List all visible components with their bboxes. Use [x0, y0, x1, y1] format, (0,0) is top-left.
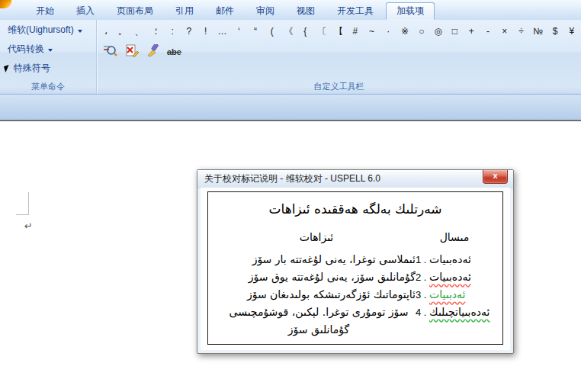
legend-frame: شەرتلىك بەلگە ھەققىدە ئىزاھات ئىزاھات مى…	[207, 191, 503, 345]
ribbon-tab[interactable]: 视图	[287, 2, 325, 20]
example-number: 4 .	[416, 307, 429, 318]
dialog-body: شەرتلىك بەلگە ھەققىدە ئىزاھات ئىزاھات مى…	[201, 188, 510, 350]
group-label-menu-commands: 菜单命令	[0, 81, 96, 92]
ribbon-tab[interactable]: 审阅	[246, 2, 284, 20]
brush-icon[interactable]	[146, 44, 160, 57]
example-word: ئەدبىيات	[429, 288, 465, 300]
example-number: 2 .	[416, 272, 429, 283]
menu-code-convert[interactable]: 代码转换	[5, 40, 93, 58]
symbol-button[interactable]: ،	[101, 24, 111, 39]
symbol-button[interactable]: ×	[500, 24, 509, 39]
example-word: ئەدەبىيات	[429, 253, 471, 265]
margin-crop-mark	[28, 192, 29, 215]
example-word: ئەدەبىيات	[429, 271, 471, 283]
paragraph-mark: ↵	[24, 220, 33, 232]
group-menu-commands: 维软(Uighursoft) 代码转换 特殊符号 菜单命令	[0, 20, 97, 94]
symbol-button[interactable]: {	[300, 24, 310, 39]
example-cell: 3 . ئەدبىيات	[416, 286, 493, 304]
symbol-button[interactable]: ·	[384, 24, 393, 39]
symbol-button[interactable]: ◎	[434, 24, 443, 39]
chevron-down-icon	[48, 49, 53, 52]
proofing-toolbar: abe	[103, 43, 181, 58]
legend-rows: ئىملاسى توغرا، يەنى لۇغەتتە بار سۆز1 . ئ…	[217, 251, 493, 339]
symbol-button[interactable]: □	[450, 24, 459, 39]
document-top-edge	[0, 120, 581, 121]
example-word: ئەدەبىياتچىلىك	[429, 306, 490, 318]
legend-header-row: ئىزاھات مىسال	[217, 229, 493, 246]
symbol-button[interactable]: #	[351, 24, 360, 39]
ribbon: 维软(Uighursoft) 代码转换 特殊符号 菜单命令 ،。、؛:?!…‘“…	[0, 20, 581, 95]
menu-special-symbols-label: 特殊符号	[14, 62, 50, 75]
document-chrome-band	[0, 95, 581, 120]
column-header-explanation: ئىزاھات	[217, 229, 416, 246]
cursor-arrow-icon	[4, 65, 11, 72]
symbol-button[interactable]: №	[533, 24, 543, 39]
symbol-button[interactable]: !	[201, 24, 210, 39]
legend-row: سۆز تومۇرى توغرا. لېكىن، قوشۇمچىسى گۇمان…	[217, 304, 493, 339]
symbol-button[interactable]: 【	[334, 24, 343, 39]
symbol-button[interactable]: :	[168, 24, 177, 39]
symbol-button[interactable]: ؛	[151, 24, 160, 39]
ribbon-tab[interactable]: 插入	[66, 2, 104, 20]
menu-code-convert-label: 代码转换	[8, 43, 44, 56]
symbol-button[interactable]: ‘	[234, 24, 243, 39]
symbol-button[interactable]: ¥	[567, 24, 576, 39]
column-header-example: مىسال	[416, 229, 493, 246]
ribbon-tab[interactable]: 页面布局	[107, 2, 163, 20]
group-custom-toolbar: ،。、؛:?!…‘“(《{〔【#~·※○◎□+-×÷№$¥	[97, 20, 581, 94]
symbol-button[interactable]: ?	[185, 24, 194, 39]
symbol-button[interactable]: ※	[400, 24, 409, 39]
office-button-icon[interactable]	[0, 0, 11, 8]
legend-row: گۇمانلىق سۆز، يەنى لۇغەتتە يوق سۆز2 . ئە…	[217, 268, 493, 286]
explanation-text: ئاپتوماتىك ئۆزگەرتىشكە بولىدىغان سۆز	[217, 286, 416, 304]
symbol-button[interactable]: ○	[417, 24, 426, 39]
example-cell: 4 . ئەدەبىياتچىلىك	[416, 304, 493, 339]
symbol-button[interactable]: (	[268, 24, 277, 39]
menu-uighursoft[interactable]: 维软(Uighursoft)	[5, 21, 93, 39]
symbol-button[interactable]: 《	[284, 24, 294, 39]
symbol-button[interactable]: -	[483, 24, 493, 39]
symbol-button[interactable]: $	[551, 24, 560, 39]
legend-heading: شەرتلىك بەلگە ھەققىدە ئىزاھات	[217, 201, 493, 217]
example-number: 1 .	[416, 254, 429, 265]
ribbon-tab[interactable]: 开发工具	[327, 2, 384, 20]
strikethrough-abc-icon[interactable]: abe	[167, 44, 181, 57]
chevron-down-icon	[78, 30, 82, 33]
uspell-dialog: 关于校对标记说明 - 维软校对 - USPELL 6.0 x شەرتلىك ب…	[197, 169, 514, 354]
symbol-button[interactable]: 、	[135, 24, 144, 39]
symbol-button[interactable]: 〔	[317, 24, 326, 39]
menu-uighursoft-label: 维软(Uighursoft)	[8, 24, 74, 37]
ribbon-tabs: 开始插入页面布局引用邮件审阅视图开发工具加载项	[26, 2, 437, 20]
legend-row: ئىملاسى توغرا، يەنى لۇغەتتە بار سۆز1 . ئ…	[217, 251, 493, 268]
symbol-button[interactable]: ÷	[517, 24, 526, 39]
ribbon-tab[interactable]: 引用	[165, 2, 204, 20]
menu-special-symbols[interactable]: 特殊符号	[5, 59, 93, 77]
symbol-button[interactable]: “	[251, 24, 260, 39]
ribbon-tab[interactable]: 加载项	[386, 2, 435, 20]
group-label-custom-toolbar: 自定义工具栏	[97, 81, 581, 92]
dialog-title[interactable]: 关于校对标记说明 - 维软校对 - USPELL 6.0	[197, 170, 513, 188]
margin-crop-mark	[16, 214, 29, 215]
ribbon-tab[interactable]: 邮件	[206, 2, 244, 20]
example-number: 3 .	[416, 289, 429, 300]
explanation-text: گۇمانلىق سۆز، يەنى لۇغەتتە يوق سۆز	[217, 268, 416, 286]
symbol-button[interactable]: 。	[118, 24, 127, 39]
example-cell: 2 . ئەدەبىيات	[416, 268, 493, 286]
ribbon-tab[interactable]: 开始	[26, 2, 64, 20]
symbol-button[interactable]: …	[217, 24, 226, 39]
delete-proof-marks-icon[interactable]	[124, 44, 139, 57]
explanation-text: ئىملاسى توغرا، يەنى لۇغەتتە بار سۆز	[217, 251, 416, 268]
ribbon-tab-strip: 开始插入页面布局引用邮件审阅视图开发工具加载项	[0, 0, 581, 21]
symbol-button[interactable]: +	[467, 24, 476, 39]
example-cell: 1 . ئەدەبىيات	[416, 251, 493, 268]
symbol-toolbar: ،。、؛:?!…‘“(《{〔【#~·※○◎□+-×÷№$¥	[101, 24, 576, 39]
spell-check-icon[interactable]	[103, 44, 117, 57]
close-button[interactable]: x	[483, 170, 508, 184]
explanation-text: سۆز تومۇرى توغرا. لېكىن، قوشۇمچىسى گۇمان…	[217, 304, 416, 339]
symbol-button[interactable]: ~	[368, 24, 377, 39]
legend-row: ئاپتوماتىك ئۆزگەرتىشكە بولىدىغان سۆز3 . …	[217, 286, 493, 304]
